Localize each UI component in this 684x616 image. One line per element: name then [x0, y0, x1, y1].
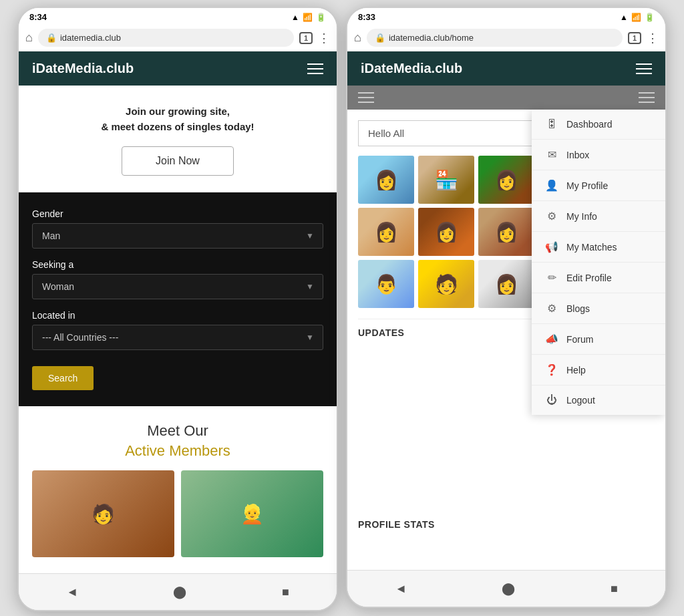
sub-hamburger-left[interactable] — [358, 92, 374, 103]
member-photo-1[interactable]: 🧑 — [32, 470, 174, 557]
status-icons-right: ▲ 📶 🔋 — [620, 13, 655, 22]
lock-icon-left: 🔒 — [46, 33, 57, 43]
back-button-left[interactable]: ◄ — [55, 583, 89, 602]
left-phone: 8:34 ▲ 📶 🔋 ⌂ 🔒 idatemedia.club 1 ⋮ iDate… — [17, 7, 338, 611]
home-icon-right[interactable]: ⌂ — [354, 31, 361, 45]
menu-item-edit-profile[interactable]: ✏ Edit Profile — [532, 263, 665, 293]
home-icon-left[interactable]: ⌂ — [25, 31, 33, 45]
app-header-left: iDateMedia.club — [19, 51, 337, 86]
tab-count-right[interactable]: 1 — [628, 32, 641, 44]
status-bar-left: 8:34 ▲ 📶 🔋 — [19, 8, 337, 25]
logout-label: Logout — [566, 395, 595, 406]
back-button-right[interactable]: ◄ — [384, 579, 417, 599]
inbox-icon: ✉ — [545, 148, 558, 161]
help-icon: ❓ — [545, 363, 558, 376]
menu-item-blogs[interactable]: ⚙ Blogs — [532, 293, 665, 324]
seeking-group: Seeking a Woman ▼ — [32, 259, 323, 299]
photo-8[interactable]: 🧑 — [418, 260, 474, 308]
hello-box: Hello All — [358, 120, 534, 146]
search-button[interactable]: Search — [32, 366, 94, 390]
photo-2[interactable]: 🏪 — [418, 156, 474, 204]
hamburger-left[interactable] — [307, 63, 323, 74]
photo-9[interactable]: 👩 — [478, 260, 534, 308]
seeking-select[interactable]: Woman — [32, 274, 323, 299]
phone-content-left: Join our growing site, & meet dozens of … — [19, 86, 337, 573]
members-section: Meet Our Active Members 🧑 👱 — [19, 406, 337, 573]
photo-5[interactable]: 👩 — [418, 208, 474, 256]
app-header-right: iDateMedia.club — [347, 51, 665, 86]
dashboard-label: Dashboard — [566, 119, 613, 130]
gender-select-wrapper: Man ▼ — [32, 223, 323, 249]
status-bar-right: 8:33 ▲ 📶 🔋 — [347, 8, 665, 25]
more-icon-left[interactable]: ⋮ — [318, 31, 330, 45]
address-bar-left: ⌂ 🔒 idatemedia.club 1 ⋮ — [19, 25, 337, 51]
member-face-1: 🧑 — [32, 470, 174, 557]
location-label: Located in — [32, 310, 323, 321]
square-button-right[interactable]: ■ — [600, 579, 629, 599]
menu-item-logout[interactable]: ⏻ Logout — [532, 386, 665, 415]
forum-label: Forum — [566, 334, 593, 345]
menu-item-my-profile[interactable]: 👤 My Profile — [532, 170, 665, 201]
my-profile-label: My Profile — [566, 180, 608, 191]
hero-text: Join our growing site, & meet dozens of … — [32, 104, 323, 134]
url-text-left: idatemedia.club — [60, 33, 121, 43]
photo-4[interactable]: 👩 — [358, 208, 414, 256]
profile-stats-label: PROFILE STATS — [358, 519, 435, 530]
menu-item-my-matches[interactable]: 📢 My Matches — [532, 232, 665, 263]
right-phone: 8:33 ▲ 📶 🔋 ⌂ 🔒 idatemedia.club/home 1 ⋮ … — [346, 7, 667, 608]
menu-item-my-info[interactable]: ⚙ My Info — [532, 201, 665, 232]
members-title-line1: Meet Our — [32, 422, 323, 440]
edit-profile-label: Edit Profile — [566, 273, 612, 283]
forum-icon: 📣 — [545, 333, 558, 345]
more-icon-right[interactable]: ⋮ — [647, 31, 659, 45]
seeking-label: Seeking a — [32, 259, 323, 270]
member-photo-2[interactable]: 👱 — [181, 470, 323, 557]
sub-header-right — [347, 86, 665, 110]
main-content-right: Hello All 👩 🏪 👩 👩 👩 � — [347, 110, 665, 570]
menu-item-forum[interactable]: 📣 Forum — [532, 324, 665, 355]
bottom-nav-right: ◄ ⬤ ■ — [347, 570, 665, 607]
home-button-right[interactable]: ⬤ — [491, 579, 526, 599]
my-info-icon: ⚙ — [545, 210, 558, 222]
url-box-right[interactable]: 🔒 idatemedia.club/home — [367, 29, 623, 47]
status-icons-left: ▲ 📶 🔋 — [291, 13, 326, 22]
right-phone-content: Hello All 👩 🏪 👩 👩 👩 � — [347, 110, 665, 570]
edit-profile-icon: ✏ — [545, 271, 558, 284]
home-button-left[interactable]: ⬤ — [162, 582, 197, 602]
dashboard-icon: 🎛 — [545, 118, 558, 130]
photo-grid: 👩 🏪 👩 👩 👩 👩 👨 — [358, 156, 534, 308]
photo-3[interactable]: 👩 — [478, 156, 534, 204]
square-button-left[interactable]: ■ — [271, 583, 300, 602]
hamburger-right[interactable] — [636, 63, 652, 74]
location-select[interactable]: --- All Countries --- — [32, 325, 323, 350]
blogs-icon: ⚙ — [545, 302, 558, 315]
photo-1[interactable]: 👩 — [358, 156, 414, 204]
menu-item-inbox[interactable]: ✉ Inbox — [532, 140, 665, 170]
time-right: 8:33 — [358, 12, 375, 22]
join-now-button[interactable]: Join Now — [122, 146, 234, 176]
lock-icon-right: 🔒 — [375, 33, 385, 43]
logout-icon: ⏻ — [545, 394, 558, 406]
location-group: Located in --- All Countries --- ▼ — [32, 310, 323, 350]
location-select-wrapper: --- All Countries --- ▼ — [32, 325, 323, 350]
app-title-right: iDateMedia.club — [361, 61, 462, 76]
sub-hamburger-right[interactable] — [639, 92, 655, 103]
help-label: Help — [566, 365, 586, 375]
members-title-line2: Active Members — [32, 442, 323, 460]
photo-6[interactable]: 👩 — [478, 208, 534, 256]
my-matches-icon: 📢 — [545, 241, 558, 253]
menu-item-dashboard[interactable]: 🎛 Dashboard — [532, 110, 665, 140]
bottom-nav-left: ◄ ⬤ ■ — [19, 573, 337, 610]
tab-count-left[interactable]: 1 — [299, 32, 313, 44]
photo-7[interactable]: 👨 — [358, 260, 414, 308]
search-section: Gender Man ▼ Seeking a Woman ▼ — [19, 192, 337, 406]
gender-group: Gender Man ▼ — [32, 208, 323, 249]
menu-item-help[interactable]: ❓ Help — [532, 355, 665, 386]
updates-label: UPDATES — [358, 319, 534, 338]
gender-select[interactable]: Man — [32, 223, 323, 249]
my-matches-label: My Matches — [566, 242, 617, 253]
blogs-label: Blogs — [566, 303, 590, 314]
dropdown-menu: 🎛 Dashboard ✉ Inbox 👤 My Profile ⚙ My In… — [532, 110, 665, 415]
url-box-left[interactable]: 🔒 idatemedia.club — [38, 29, 294, 47]
time-left: 8:34 — [29, 12, 47, 22]
